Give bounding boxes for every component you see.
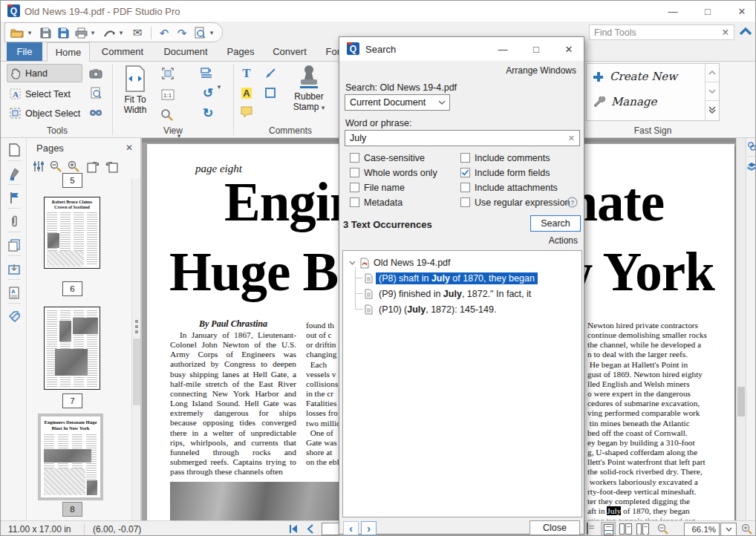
page-number-label[interactable]: 5 [62,173,82,188]
undo-icon[interactable]: ↶ [157,26,172,39]
include-form-fields-checkbox[interactable] [460,168,470,177]
whole-words-checkbox[interactable] [350,168,359,177]
regex-label[interactable]: Use regular expression [475,197,570,208]
case-sensitive-checkbox[interactable] [350,153,359,163]
fit-page-icon[interactable] [160,65,176,82]
save-icon[interactable] [38,26,53,39]
destinations-panel-icon[interactable] [7,261,22,276]
include-comments-label[interactable]: Include comments [475,153,550,163]
layout-continuous-icon[interactable] [601,522,616,536]
tab-convert[interactable]: Convert [265,42,314,61]
search-result-row-2[interactable]: (P9) finished in July, 1872." In fact, i… [343,287,581,301]
preview-icon[interactable] [192,26,207,39]
rubber-stamp-button[interactable]: Rubber Stamp ▾ [287,62,330,122]
open-file-icon[interactable] [10,26,25,39]
search-query-input[interactable]: July ✕ [345,130,580,146]
rotate-page-cw-icon[interactable] [86,160,101,173]
fast-sign-scrollbar[interactable] [705,64,719,120]
zoom-level-input[interactable]: 66.1% [684,523,720,536]
layout-single-icon[interactable] [587,523,588,534]
rotate-cw-icon[interactable]: ↻ [200,105,216,121]
maximize-icon[interactable]: □ [697,4,718,19]
square-annotation-icon[interactable] [262,85,278,101]
thumbnail-options-icon[interactable] [33,160,45,172]
tab-comment[interactable]: Comment [94,42,151,61]
zoom-dropdown-icon[interactable] [720,523,737,536]
collapse-ribbon-icon[interactable] [737,25,754,39]
manage-signatures-button[interactable]: Manage [593,95,656,108]
zoom-tool-icon[interactable] [158,106,175,122]
tree-collapse-icon[interactable] [349,261,356,265]
tab-file[interactable]: File [7,42,42,61]
open-dropdown-icon[interactable]: ▾ [25,26,34,39]
close-search-button[interactable]: Close [529,520,580,535]
previous-result-button[interactable]: ‹ [343,521,359,535]
linked-views-panel-icon[interactable] [747,142,756,151]
page-number-label-selected[interactable]: 8 [62,502,82,517]
pages-scrollbar-thumb[interactable] [133,339,140,405]
hand-tool-button[interactable]: Hand [7,64,82,82]
whole-words-label[interactable]: Whole words only [364,168,437,178]
arrange-windows-link[interactable]: Arrange Windows [506,65,576,76]
highlight-text-icon[interactable]: A [238,85,255,101]
case-sensitive-label[interactable]: Case-sensitive [364,153,425,163]
regex-checkbox[interactable] [460,197,470,207]
pages-panel-icon[interactable] [7,143,22,157]
layout-facing-icon[interactable] [619,523,632,535]
attachments-panel-icon[interactable] [7,214,22,229]
scroll-up-icon[interactable] [706,64,719,82]
page-thumbnail-6[interactable]: Robert Bruce Claims Crown of Scotland [44,197,100,269]
save-as-icon[interactable] [56,26,71,39]
pages-panel-scrollbar[interactable] [131,179,140,520]
tab-pages[interactable]: Pages [221,42,261,61]
tags-panel-icon[interactable] [7,309,22,324]
include-form-fields-label[interactable]: Include form fields [475,168,550,178]
first-page-icon[interactable] [289,524,299,534]
scroll-down-icon[interactable] [706,82,719,101]
close-pages-panel-icon[interactable]: ✕ [126,143,133,153]
pen-tool-icon[interactable] [102,26,117,39]
page-thumbnail-7[interactable] [44,307,100,390]
layers-panel-icon[interactable] [7,238,22,252]
tab-home[interactable]: Home [47,42,90,62]
zoom-in-icon[interactable] [741,523,753,535]
regex-help-icon[interactable]: ? [567,197,578,208]
page-number-label[interactable]: 6 [62,281,82,296]
arrow-annotation-icon[interactable] [262,65,278,82]
grow-thumbnails-icon[interactable] [68,160,79,172]
preview-dropdown-icon[interactable]: ▾ [207,26,216,39]
select-text-button[interactable]: A Select Text [7,85,82,103]
actual-size-icon[interactable]: 1:1 [160,86,176,102]
include-attachments-label[interactable]: Include attachments [475,183,558,193]
binoculars-search-icon[interactable] [88,104,104,120]
results-root-row[interactable]: Old News 19-4.pdf [343,255,581,270]
typewriter-icon[interactable]: T [238,65,255,82]
dialog-close-icon[interactable]: ✕ [558,42,580,56]
document-scrollbar-thumb[interactable] [737,387,745,416]
layout-facing-continuous-icon[interactable] [636,523,649,535]
include-attachments-checkbox[interactable] [460,183,470,192]
redo-icon[interactable]: ↷ [175,26,189,39]
minimize-icon[interactable]: — [662,4,683,19]
rotate-ccw-icon[interactable]: ↺ [200,85,216,101]
dialog-minimize-icon[interactable]: — [492,42,514,56]
sticky-note-icon[interactable] [238,104,255,120]
page-thumbnail-8[interactable]: Engineers Detonate Huge Blast In New Yor… [38,414,103,500]
include-comments-checkbox[interactable] [460,153,470,163]
object-select-button[interactable]: Object Select [7,104,82,122]
shrink-thumbnails-icon[interactable] [50,160,62,172]
search-result-row-1[interactable]: (P8) shaft in July of 1870, they began [343,271,581,286]
previous-page-icon[interactable] [307,524,314,534]
file-name-label[interactable]: File name [364,183,405,193]
next-result-button[interactable]: › [361,521,377,535]
create-new-signature-button[interactable]: Create New [593,70,677,83]
page-layout-icon[interactable] [198,65,215,82]
clear-query-icon[interactable]: ✕ [568,134,575,143]
page-number-label[interactable]: 7 [62,393,82,408]
email-icon[interactable]: ✉ [130,26,145,39]
close-window-icon[interactable]: ✕ [731,4,752,19]
pen-dropdown-icon[interactable]: ▾ [117,26,126,39]
fit-to-width-button[interactable]: Fit To Width [117,64,154,120]
search-button[interactable]: Search [530,215,581,232]
find-tools-input[interactable]: Find Tools ✕ [589,24,734,40]
